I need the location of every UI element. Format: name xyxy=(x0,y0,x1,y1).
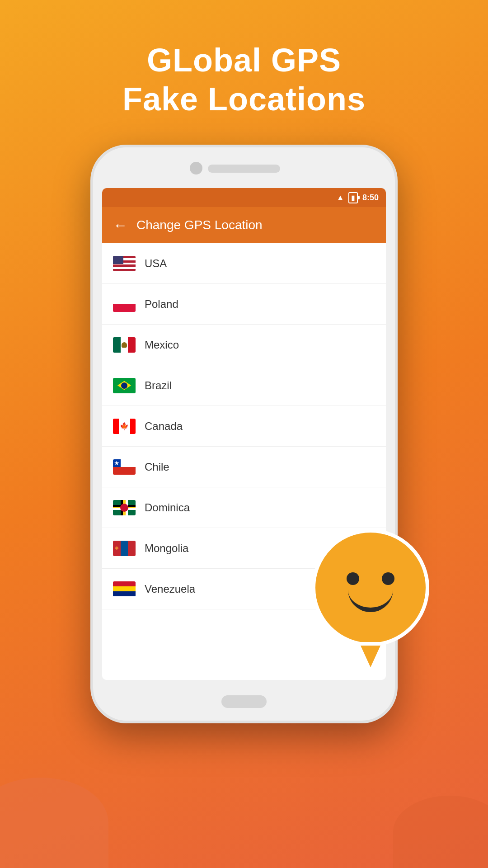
battery-icon: ▮ xyxy=(348,192,358,203)
country-name-dominica: Dominica xyxy=(145,501,190,514)
phone-mockup: ▲ ▮ 8:50 ← Change GPS Location USA xyxy=(90,145,398,723)
flag-mexico xyxy=(113,337,136,353)
mascot-eye-left xyxy=(347,572,359,585)
decorative-blob-right xyxy=(393,796,488,868)
mascot-eyes xyxy=(347,572,394,585)
country-name-brazil: Brazil xyxy=(145,379,172,392)
flag-dominica xyxy=(113,500,136,515)
list-item[interactable]: ★ Chile xyxy=(102,447,386,487)
list-item[interactable]: Poland xyxy=(102,284,386,325)
country-name-mexico: Mexico xyxy=(145,339,179,351)
list-item[interactable]: Brazil xyxy=(102,365,386,406)
flag-chile: ★ xyxy=(113,459,136,475)
back-button[interactable]: ← xyxy=(113,217,127,234)
home-button[interactable] xyxy=(221,695,267,708)
flag-poland xyxy=(113,297,136,312)
flag-venezuela xyxy=(113,581,136,597)
status-bar: ▲ ▮ 8:50 xyxy=(102,188,386,207)
mascot-face xyxy=(312,529,429,646)
mascot-pin xyxy=(307,529,434,669)
app-bar: ← Change GPS Location xyxy=(102,207,386,243)
flag-brazil xyxy=(113,378,136,393)
list-item[interactable]: Mexico xyxy=(102,325,386,365)
flag-mongolia: ☸ xyxy=(113,541,136,556)
country-name-venezuela: Venezuela xyxy=(145,583,195,595)
flag-usa xyxy=(113,256,136,271)
flag-canada: 🍁 xyxy=(113,419,136,434)
mascot-smile xyxy=(348,590,393,612)
phone-camera xyxy=(190,162,202,175)
phone-speaker xyxy=(208,165,280,173)
country-name-canada: Canada xyxy=(145,420,183,433)
mascot-eye-right xyxy=(382,572,394,585)
status-time: 8:50 xyxy=(362,193,379,203)
app-bar-title: Change GPS Location xyxy=(136,218,263,232)
page-title: GLobal GPS Fake Locations xyxy=(0,0,488,119)
country-name-poland: Poland xyxy=(145,298,178,311)
decorative-blob-left xyxy=(0,778,108,868)
list-item[interactable]: USA xyxy=(102,243,386,284)
list-item[interactable]: 🍁 Canada xyxy=(102,406,386,447)
country-name-usa: USA xyxy=(145,257,167,270)
list-item[interactable]: Dominica xyxy=(102,487,386,528)
mascot-pin-tip-inner xyxy=(361,646,380,667)
country-name-chile: Chile xyxy=(145,461,169,473)
country-name-mongolia: Mongolia xyxy=(145,542,188,555)
signal-icon: ▲ xyxy=(337,193,344,202)
